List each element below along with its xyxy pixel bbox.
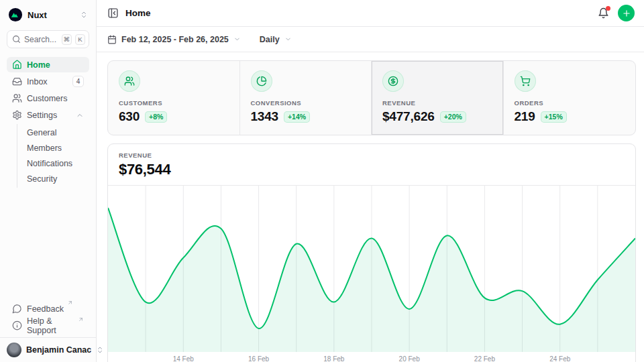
- period-value: Daily: [260, 35, 280, 44]
- sidebar-item-label: Help & Support: [27, 316, 74, 335]
- stat-value: $477,626: [382, 109, 435, 124]
- chevron-down-icon: [233, 36, 241, 43]
- shopping-cart-icon: [515, 70, 536, 92]
- revenue-area-chart: [108, 186, 635, 352]
- kbd-cmd: ⌘: [62, 34, 72, 45]
- external-link-icon: [78, 316, 84, 322]
- x-axis-label: 18 Feb: [323, 355, 344, 362]
- calendar-icon: [107, 35, 117, 44]
- sidebar-item-label: Home: [27, 60, 50, 70]
- stat-delta-badge: +14%: [284, 111, 310, 123]
- x-axis-label: 24 Feb: [549, 355, 570, 362]
- plus-icon: [622, 9, 631, 18]
- stat-label: CONVERSIONS: [251, 99, 361, 107]
- info-circle-icon: [12, 320, 22, 330]
- x-axis-label: 20 Feb: [399, 355, 420, 362]
- circle-dollar-icon: [382, 70, 404, 92]
- settings-submenu: General Members Notifications Security: [17, 124, 89, 188]
- sidebar-item-security[interactable]: Security: [17, 172, 89, 186]
- sidebar-item-notifications[interactable]: Notifications: [17, 156, 89, 171]
- chart-current-value: $76,544: [119, 161, 625, 178]
- users-icon: [119, 70, 140, 92]
- sidebar: Nuxt ⌘ K Home: [0, 0, 97, 362]
- workspace-switcher[interactable]: Nuxt: [7, 5, 89, 24]
- nuxt-logo-icon: [8, 7, 23, 22]
- chevron-up-icon: [76, 111, 84, 119]
- x-axis-label: 22 Feb: [474, 355, 495, 362]
- sidebar-item-general[interactable]: General: [17, 125, 89, 140]
- sidebar-item-settings[interactable]: Settings: [7, 107, 89, 123]
- workspace-name: Nuxt: [28, 10, 47, 20]
- date-range-value: Feb 12, 2025 - Feb 26, 2025: [121, 35, 229, 44]
- dashboard-content: CUSTOMERS 630 +8% CONVERSIONS 1343 +14%: [97, 52, 644, 362]
- chevron-down-icon: [284, 36, 292, 43]
- pie-chart-icon: [251, 70, 272, 92]
- sidebar-nav: Home Inbox 4 Customers: [7, 57, 89, 188]
- home-icon: [12, 60, 22, 70]
- external-link-icon: [67, 300, 73, 306]
- filters-toolbar: Feb 12, 2025 - Feb 26, 2025 Daily: [97, 27, 644, 52]
- kbd-k: K: [75, 34, 85, 45]
- stat-delta-badge: +8%: [145, 111, 167, 123]
- revenue-chart-card: REVENUE $76,544 14 Feb16 Feb18 Feb20 Feb…: [107, 143, 636, 362]
- collapse-sidebar-button[interactable]: [107, 7, 119, 19]
- user-menu[interactable]: Benjamin Canac: [0, 337, 96, 362]
- search-box: ⌘ K: [7, 30, 89, 48]
- stat-label: CUSTOMERS: [119, 99, 229, 107]
- stat-label: ORDERS: [515, 99, 625, 107]
- add-button[interactable]: [618, 5, 635, 21]
- chart-canvas: [108, 186, 635, 352]
- sidebar-item-home[interactable]: Home: [7, 57, 89, 72]
- notifications-button[interactable]: [598, 7, 609, 19]
- stat-card-conversions[interactable]: CONVERSIONS 1343 +14%: [240, 61, 372, 135]
- stats-row: CUSTOMERS 630 +8% CONVERSIONS 1343 +14%: [107, 60, 636, 135]
- sidebar-item-label: Feedback: [27, 304, 64, 314]
- sidebar-footer: Feedback Help & Support: [7, 301, 89, 333]
- inbox-count-badge: 4: [72, 76, 84, 87]
- stat-card-revenue[interactable]: REVENUE $477,626 +20%: [372, 61, 504, 135]
- user-name: Benjamin Canac: [26, 345, 91, 355]
- chevrons-up-down-icon: [80, 11, 88, 19]
- sidebar-item-help-support[interactable]: Help & Support: [7, 318, 89, 333]
- x-axis-label: 14 Feb: [173, 355, 194, 362]
- page-title: Home: [125, 8, 151, 18]
- main-area: Home Feb 12, 2025 - Feb 26, 2025: [97, 0, 644, 362]
- app-window: Nuxt ⌘ K Home: [0, 0, 644, 362]
- stat-value: 219: [515, 109, 535, 124]
- sidebar-item-inbox[interactable]: Inbox 4: [7, 74, 89, 89]
- stat-label: REVENUE: [382, 99, 492, 107]
- x-axis-label: 16 Feb: [248, 355, 269, 362]
- sidebar-item-label: Settings: [27, 111, 57, 120]
- sidebar-item-members[interactable]: Members: [17, 141, 89, 156]
- stat-delta-badge: +20%: [440, 111, 466, 123]
- stat-delta-badge: +15%: [541, 111, 567, 123]
- stat-value: 630: [119, 109, 140, 124]
- date-range-picker[interactable]: Feb 12, 2025 - Feb 26, 2025: [107, 35, 241, 44]
- inbox-icon: [12, 76, 22, 86]
- search-icon: [12, 35, 21, 44]
- stat-value: 1343: [251, 109, 278, 124]
- sidebar-item-feedback[interactable]: Feedback: [7, 301, 89, 316]
- chart-x-axis: 14 Feb16 Feb18 Feb20 Feb22 Feb24 Feb: [108, 352, 635, 362]
- message-circle-icon: [12, 304, 22, 314]
- gear-icon: [12, 110, 22, 120]
- page-header: Home: [97, 0, 644, 27]
- stat-card-orders[interactable]: ORDERS 219 +15%: [504, 61, 636, 135]
- search-input[interactable]: [24, 35, 58, 44]
- sidebar-item-label: Customers: [27, 94, 67, 103]
- chart-title: REVENUE: [119, 152, 625, 159]
- chart-header: REVENUE $76,544: [108, 144, 635, 186]
- avatar: [7, 343, 21, 357]
- period-select[interactable]: Daily: [260, 35, 292, 44]
- sidebar-item-label: Inbox: [27, 77, 48, 86]
- notification-dot: [606, 6, 610, 11]
- stat-card-customers[interactable]: CUSTOMERS 630 +8%: [108, 61, 240, 135]
- users-icon: [12, 93, 22, 103]
- sidebar-item-customers[interactable]: Customers: [7, 90, 89, 106]
